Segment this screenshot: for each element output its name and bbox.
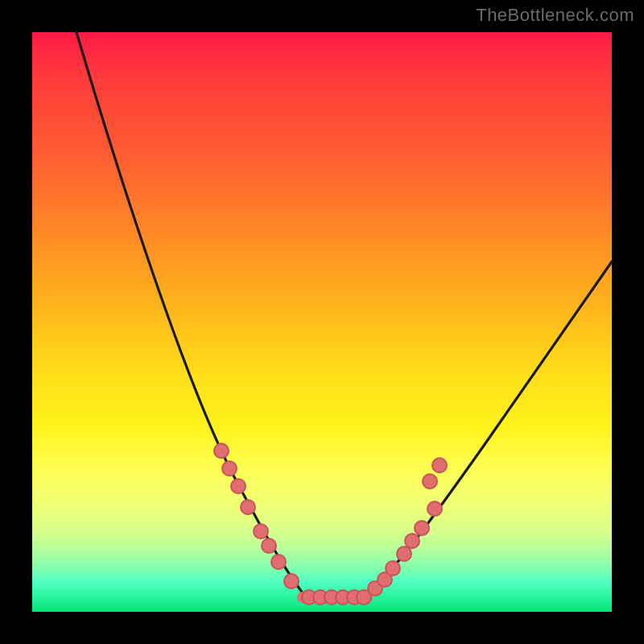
svg-point-2 [231, 479, 246, 493]
chart-frame [32, 32, 612, 612]
svg-point-1 [222, 461, 237, 476]
markers-right [368, 458, 447, 596]
svg-point-18 [405, 534, 419, 548]
svg-point-22 [432, 458, 447, 473]
curve-left-arm [76, 32, 306, 597]
svg-point-4 [254, 524, 268, 539]
svg-point-16 [386, 561, 400, 576]
chart-svg [32, 32, 612, 612]
svg-point-5 [262, 539, 276, 553]
svg-point-17 [397, 547, 411, 561]
svg-point-0 [214, 444, 229, 458]
svg-point-7 [284, 574, 299, 588]
svg-point-19 [415, 521, 429, 535]
svg-point-3 [241, 500, 255, 514]
svg-point-6 [271, 555, 286, 569]
svg-point-20 [427, 502, 442, 516]
svg-point-21 [423, 474, 437, 489]
watermark-text: TheBottleneck.com [476, 5, 634, 26]
markers-flat [302, 590, 371, 605]
